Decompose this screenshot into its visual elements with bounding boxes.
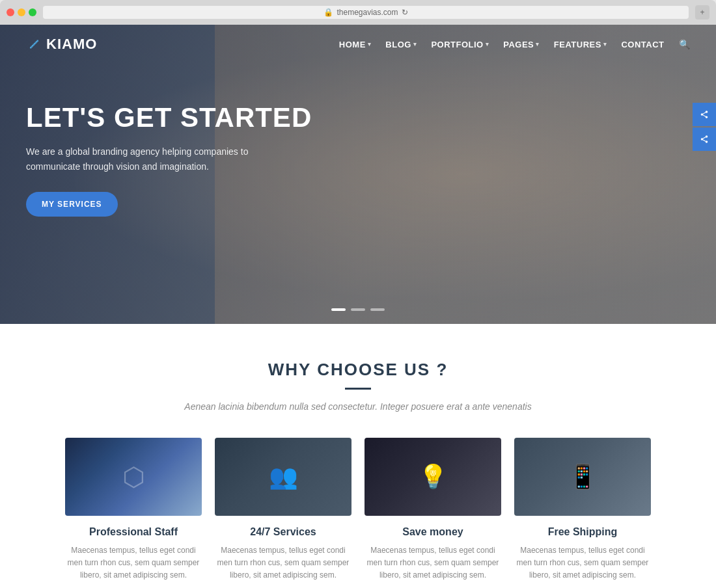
card-image-money [365,438,501,516]
chevron-down-icon: ▾ [536,41,540,47]
card-professional-staff: Professional Staff Maecenas tempus, tell… [65,438,202,582]
slider-dots [331,308,385,311]
nav-item-blog[interactable]: BLOG ▾ [385,40,417,49]
nav-item-features[interactable]: FEATURES ▾ [554,40,607,49]
address-bar[interactable]: 🔒 themegavias.com ↻ [43,6,689,19]
svg-point-2 [706,140,708,143]
slider-dot-3[interactable] [370,308,385,311]
maximize-dot[interactable] [29,8,36,16]
website-container: ⟋ KIAMO HOME ▾ BLOG ▾ [0,25,716,588]
svg-line-3 [703,140,706,141]
why-section-title: WHY CHOOSE US ? [26,360,690,380]
svg-line-4 [703,137,706,139]
url-text: themegavias.com [337,8,398,17]
nav-link-contact[interactable]: CONTACT [621,40,664,49]
card-247-services: 24/7 Services Maecenas tempus, tellus eg… [215,438,351,582]
card-text-2: Maecenas tempus, tellus eget condi men t… [215,544,351,582]
card-title-3: Save money [365,526,501,538]
section-divider [345,388,371,390]
logo-icon: ⟋ [26,35,42,53]
hero-section: ⟋ KIAMO HOME ▾ BLOG ▾ [0,25,716,324]
browser-chrome: 🔒 themegavias.com ↻ + [0,0,716,25]
chevron-down-icon: ▾ [413,41,417,47]
add-tab-button[interactable]: + [695,5,709,20]
hero-content: LET'S GET STARTED We are a global brandi… [0,64,338,217]
svg-point-0 [706,135,708,138]
card-image-services [215,438,351,516]
slider-dot-2[interactable] [351,308,365,311]
close-dot[interactable] [7,8,14,16]
lock-icon: 🔒 [324,8,333,17]
navbar: ⟋ KIAMO HOME ▾ BLOG ▾ [0,25,716,64]
cards-grid: Professional Staff Maecenas tempus, tell… [65,438,651,582]
nav-search-button[interactable]: 🔍 [679,39,691,49]
nav-link-portfolio[interactable]: PORTFOLIO ▾ [431,40,489,49]
nav-links: HOME ▾ BLOG ▾ PORTFOLIO ▾ [339,39,690,49]
logo-text: KIAMO [46,36,97,53]
social-button[interactable] [693,127,716,151]
search-link[interactable]: 🔍 [679,39,691,49]
chevron-down-icon: ▾ [486,41,489,47]
card-title-4: Free Shipping [514,526,651,538]
nav-item-pages[interactable]: PAGES ▾ [503,40,540,49]
card-text-4: Maecenas tempus, tellus eget condi men t… [514,544,651,582]
chevron-down-icon: ▾ [603,41,607,47]
browser-dots [7,8,36,16]
search-icon: 🔍 [679,39,691,49]
share-button[interactable] [693,103,716,126]
nav-link-blog[interactable]: BLOG ▾ [385,40,417,49]
card-title-2: 24/7 Services [215,526,351,538]
svg-point-1 [701,138,704,140]
side-buttons [693,103,716,151]
card-title-1: Professional Staff [65,526,202,538]
nav-item-contact[interactable]: CONTACT [621,40,664,49]
card-image-shipping [514,438,651,516]
nav-link-home[interactable]: HOME ▾ [339,40,372,49]
nav-link-pages[interactable]: PAGES ▾ [503,40,540,49]
slider-dot-1[interactable] [331,308,346,311]
reload-icon: ↻ [402,8,408,17]
chevron-down-icon: ▾ [368,41,372,47]
card-text-1: Maecenas tempus, tellus eget condi men t… [65,544,202,582]
browser-actions: + [695,5,709,20]
nav-link-features[interactable]: FEATURES ▾ [554,40,607,49]
why-section-subtitle: Aenean lacinia bibendum nulla sed consec… [26,401,690,412]
my-services-button[interactable]: MY SERVICES [26,192,118,217]
card-free-shipping: Free Shipping Maecenas tempus, tellus eg… [514,438,651,582]
hero-title: LET'S GET STARTED [26,103,312,133]
nav-item-portfolio[interactable]: PORTFOLIO ▾ [431,40,489,49]
card-save-money: Save money Maecenas tempus, tellus eget … [365,438,501,582]
minimize-dot[interactable] [18,8,25,16]
nav-item-home[interactable]: HOME ▾ [339,40,372,49]
card-image-professional [65,438,202,516]
logo[interactable]: ⟋ KIAMO [26,35,97,53]
card-text-3: Maecenas tempus, tellus eget condi men t… [365,544,501,582]
why-section: WHY CHOOSE US ? Aenean lacinia bibendum … [0,324,716,588]
hero-subtitle: We are a global branding agency helping … [26,144,273,174]
